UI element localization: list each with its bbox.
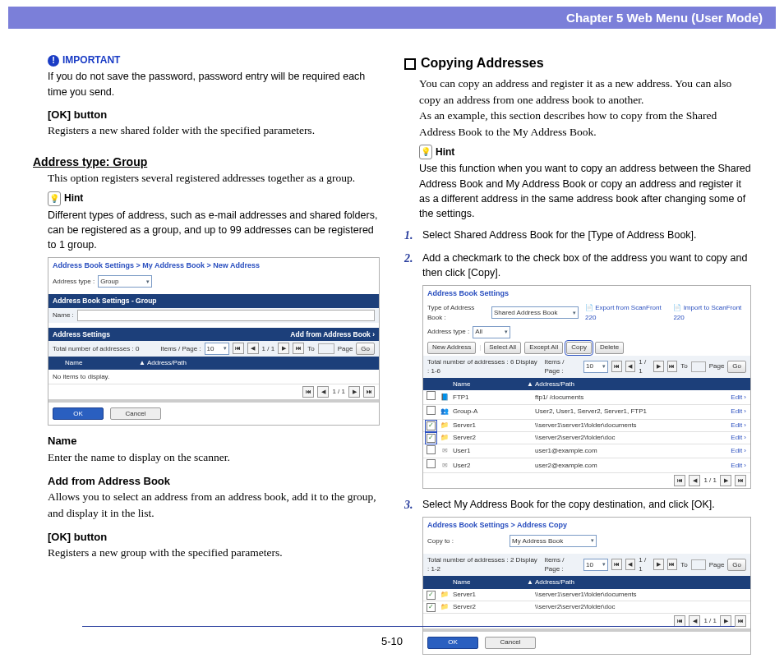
nav-next-icon[interactable]: ▶ <box>278 343 289 354</box>
nav-last-icon[interactable]: ⏭ <box>363 386 375 398</box>
page-text: 1 / 1 <box>332 387 345 397</box>
new-address-button[interactable]: New Address <box>427 342 476 354</box>
edit-link[interactable]: Edit › <box>722 446 750 456</box>
nav-prev-icon[interactable]: ◀ <box>317 386 329 398</box>
row-name: Server2 <box>451 433 527 443</box>
type-select[interactable]: Shared Address Book <box>491 306 579 319</box>
hint-label: Hint <box>64 191 83 205</box>
mail-icon: ✉ <box>438 461 451 471</box>
total-label: Total number of addresses : 2 Display : … <box>427 555 537 574</box>
important-icon: ! <box>48 55 59 67</box>
go-button[interactable]: Go <box>727 559 746 571</box>
items-select[interactable]: 10 <box>205 343 229 355</box>
row-checkbox[interactable] <box>427 391 436 400</box>
group-text: This option registers several registered… <box>48 170 380 186</box>
nav-first-icon[interactable]: ⏮ <box>674 615 685 627</box>
row-checkbox[interactable] <box>427 421 436 430</box>
nav-first-icon[interactable]: ⏮ <box>611 559 622 570</box>
nav-last-icon[interactable]: ⏭ <box>735 475 746 486</box>
addr-type-select[interactable]: All <box>473 326 510 338</box>
group-section-title: Address type: Group <box>33 154 380 170</box>
select-all-button[interactable]: Select All <box>484 342 521 354</box>
except-all-button[interactable]: Except All <box>524 342 563 354</box>
nav-prev-icon[interactable]: ◀ <box>689 615 700 627</box>
items-select[interactable]: 10 <box>583 559 608 571</box>
name-title: Name <box>48 434 380 449</box>
table-row: 📘FTP1ftp1/ /documentsEdit › <box>423 390 750 405</box>
th-path: Address/Path <box>535 380 722 389</box>
nav-last-icon[interactable]: ⏭ <box>667 361 678 372</box>
nav-last-icon[interactable]: ⏭ <box>735 615 746 627</box>
mail-icon: ✉ <box>438 446 451 456</box>
nav-next-icon[interactable]: ▶ <box>653 559 664 570</box>
ok-button[interactable]: OK <box>53 407 104 420</box>
page-label: Page <box>709 361 725 371</box>
row-checkbox[interactable] <box>427 406 436 415</box>
total-label: Total number of addresses : 0 <box>53 344 139 354</box>
nav-last-icon[interactable]: ⏭ <box>667 559 678 570</box>
page-input[interactable] <box>318 343 334 354</box>
row-path: \\server2\server2\folder\doc <box>535 433 722 443</box>
right-column: Copying Addresses You can copy an addres… <box>404 53 751 663</box>
copy-button[interactable]: Copy <box>566 342 592 354</box>
nav-first-icon[interactable]: ⏮ <box>674 475 685 486</box>
row-checkbox[interactable] <box>427 459 436 468</box>
row-checkbox[interactable] <box>427 445 436 454</box>
copy-to-select[interactable]: My Address Book <box>510 535 597 547</box>
page-text: 1 / 1 <box>703 476 717 486</box>
add-title: Add from Address Book <box>48 474 380 490</box>
th-name: Name <box>63 358 139 368</box>
page-input[interactable] <box>691 559 706 570</box>
row-checkbox[interactable] <box>427 603 436 612</box>
row-name: Group-A <box>451 407 527 417</box>
edit-link[interactable]: Edit › <box>722 393 750 403</box>
edit-link[interactable]: Edit › <box>722 421 750 430</box>
nav-next-icon[interactable]: ▶ <box>720 615 731 627</box>
ok2-text: Registers a new group with the specified… <box>48 545 380 561</box>
addr-type-select[interactable]: Group <box>98 275 152 288</box>
nav-prev-icon[interactable]: ◀ <box>625 361 636 372</box>
nav-last-icon[interactable]: ⏭ <box>293 343 304 354</box>
nav-first-icon[interactable]: ⏮ <box>302 386 314 398</box>
left-column: ! IMPORTANT If you do not save the passw… <box>33 53 380 663</box>
group-icon: 👥 <box>438 407 451 417</box>
items-select[interactable]: 10 <box>583 361 608 373</box>
bulb-icon: 💡 <box>419 145 432 159</box>
edit-link[interactable]: Edit › <box>722 461 750 471</box>
page-text: 1 / 1 <box>639 555 650 574</box>
screenshot-group-settings: Address Book Settings > My Address Book … <box>48 257 380 426</box>
nav-first-icon[interactable]: ⏮ <box>611 361 622 372</box>
nav-next-icon[interactable]: ▶ <box>653 361 664 372</box>
step-2: Add a checkmark to the check box of the … <box>422 251 751 280</box>
nav-prev-icon[interactable]: ◀ <box>625 559 636 570</box>
export-link[interactable]: 📄 Export from ScanFront 220 <box>585 303 665 322</box>
edit-link[interactable]: Edit › <box>722 407 750 417</box>
cancel-button[interactable]: Cancel <box>110 407 161 420</box>
folder-icon: 📁 <box>438 433 451 443</box>
step-1: Select Shared Address Book for the [Type… <box>404 228 751 242</box>
delete-button[interactable]: Delete <box>595 342 624 354</box>
copy-to-label: Copy to : <box>427 536 454 546</box>
addr-type-label: Address type : <box>427 327 469 337</box>
import-link[interactable]: 📄 Import to ScanFront 220 <box>673 303 746 322</box>
add-from-book-link[interactable]: Add from Address Book › <box>290 329 375 339</box>
page-number: 5-10 <box>0 635 784 647</box>
nav-prev-icon[interactable]: ◀ <box>689 475 700 486</box>
table-row: ✉User2user2@example.comEdit › <box>423 458 750 473</box>
go-button[interactable]: Go <box>727 361 746 373</box>
folder-icon: 📁 <box>438 602 451 612</box>
row-checkbox[interactable] <box>427 434 436 443</box>
go-button[interactable]: Go <box>356 343 375 355</box>
nav-first-icon[interactable]: ⏮ <box>233 343 244 354</box>
row-checkbox[interactable] <box>427 591 436 600</box>
nav-next-icon[interactable]: ▶ <box>348 386 360 398</box>
page-input[interactable] <box>691 361 706 372</box>
nav-next-icon[interactable]: ▶ <box>720 475 731 486</box>
table-row: 📁Server1\\server1\server1\folder\documen… <box>423 589 750 601</box>
group-header: Address Book Settings - Group <box>53 296 157 306</box>
edit-link[interactable]: Edit › <box>722 433 750 443</box>
th-name: Name <box>451 380 527 389</box>
nav-prev-icon[interactable]: ◀ <box>247 343 259 354</box>
step-3: Select My Address Book for the copy dest… <box>422 497 751 512</box>
name-input[interactable] <box>77 310 375 321</box>
